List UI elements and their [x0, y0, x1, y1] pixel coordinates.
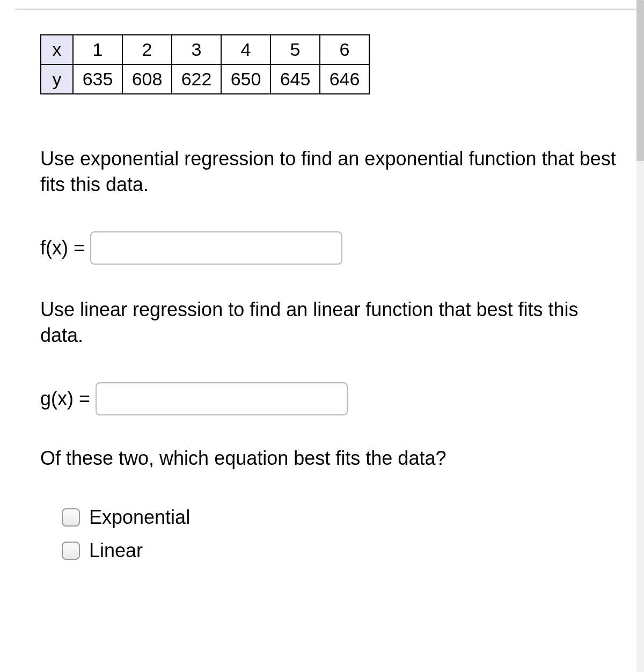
table-row: x 1 2 3 4 5 6 — [41, 35, 369, 64]
table-cell: 635 — [73, 64, 122, 94]
gx-row: g(x) = — [40, 382, 626, 415]
prompt-which: Of these two, which equation best fits t… — [40, 445, 626, 472]
option-label: Exponential — [89, 506, 190, 529]
table-cell: 650 — [221, 64, 270, 94]
table-cell: 3 — [172, 35, 221, 64]
checkbox-exponential[interactable] — [62, 508, 80, 527]
fx-row: f(x) = — [40, 231, 626, 265]
gx-input[interactable] — [96, 382, 348, 415]
table-cell: 2 — [122, 35, 172, 64]
table-cell: 5 — [270, 35, 320, 64]
top-divider — [15, 0, 636, 10]
option-linear[interactable]: Linear — [60, 539, 626, 562]
vertical-scrollbar[interactable] — [636, 0, 644, 672]
options-group: Exponential Linear — [60, 506, 626, 562]
fx-input[interactable] — [90, 231, 342, 265]
prompt-linear: Use linear regression to find an linear … — [40, 297, 626, 349]
table-cell: 4 — [221, 35, 270, 64]
table-cell: 622 — [172, 64, 221, 94]
table-cell: 1 — [73, 35, 122, 64]
scrollbar-thumb[interactable] — [636, 0, 644, 161]
option-exponential[interactable]: Exponential — [60, 506, 626, 529]
gx-label: g(x) = — [40, 388, 90, 410]
page: x 1 2 3 4 5 6 y 635 608 622 650 645 646 … — [0, 0, 644, 672]
table-cell: 6 — [320, 35, 369, 64]
table-cell: 608 — [122, 64, 172, 94]
row-header-y: y — [41, 64, 73, 94]
table-cell: 646 — [320, 64, 369, 94]
row-header-x: x — [41, 35, 73, 64]
table-cell: 645 — [270, 64, 320, 94]
table-row: y 635 608 622 650 645 646 — [41, 64, 369, 94]
prompt-exponential: Use exponential regression to find an ex… — [40, 146, 626, 198]
fx-label: f(x) = — [40, 237, 85, 259]
checkbox-linear[interactable] — [62, 542, 80, 560]
question-content: x 1 2 3 4 5 6 y 635 608 622 650 645 646 … — [40, 34, 626, 573]
option-label: Linear — [89, 539, 143, 562]
data-table: x 1 2 3 4 5 6 y 635 608 622 650 645 646 — [40, 34, 370, 94]
